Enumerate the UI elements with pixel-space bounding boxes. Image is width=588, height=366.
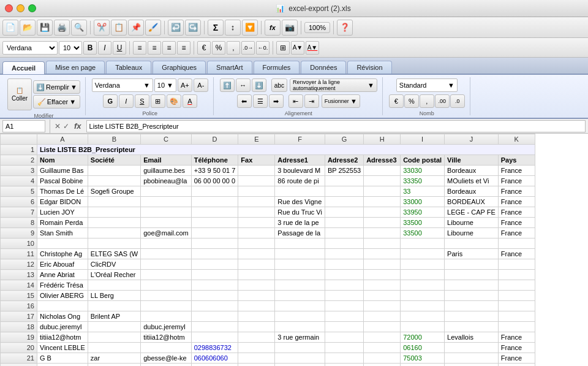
cell-6-10[interactable]: France [498,197,535,207]
cell-13-6[interactable] [325,270,363,280]
cell-3-8[interactable]: 33030 [401,166,445,176]
fill-ribbon-btn[interactable]: 🎨 [167,94,181,108]
cell-3-5[interactable]: 3 boulevard M [275,166,325,176]
cell-4-0[interactable]: Pascal Bobine [37,176,88,186]
cell-14-1[interactable] [88,280,140,291]
cell-10-3[interactable] [191,238,238,249]
cell-14-5[interactable] [275,280,325,291]
cell-12-2[interactable] [141,259,192,270]
dec-dec-ribbon[interactable]: .0 [450,94,465,108]
cell-20-0[interactable]: Vincent LEBLE [37,343,88,353]
font-name-box[interactable]: Verdana ▼ [92,78,153,92]
cell-18-2[interactable]: dubuc.jeremyl [141,322,192,332]
formula-cancel-icon[interactable]: ✕ [55,122,61,131]
cell-3-2[interactable]: guillaume.bes [141,166,192,176]
cell-2-1[interactable]: Société [88,155,140,166]
cell-18-4[interactable] [238,322,275,332]
cell-13-3[interactable] [191,270,238,280]
cell-19-2[interactable]: titiia12@hotm [141,332,192,343]
cell-2-8[interactable]: Code postal [401,155,445,166]
cell-22-7[interactable] [364,364,401,367]
cell-5-0[interactable]: Thomas De Lé [37,186,88,197]
cell-7-4[interactable] [238,207,275,218]
cell-7-2[interactable] [141,207,192,218]
formula-confirm-icon[interactable]: ✓ [63,122,69,131]
cell-4-6[interactable] [325,176,363,186]
cell-18-1[interactable] [88,322,140,332]
cell-8-6[interactable] [325,218,363,228]
cell-17-2[interactable] [141,311,192,322]
cell-7-8[interactable]: 33950 [401,207,445,218]
cell-12-7[interactable] [364,259,401,270]
wrap-text-btn[interactable]: Renvoyer à la ligne automatiquement ▼ [290,78,377,92]
function-button[interactable]: fx [265,20,281,36]
open-button[interactable]: 📂 [20,20,36,36]
cell-3-10[interactable]: France [498,166,535,176]
cell-5-10[interactable]: France [498,186,535,197]
cell-6-0[interactable]: Edgar BIDON [37,197,88,207]
cell-7-5[interactable]: Rue du Truc Vi [275,207,325,218]
cell-8-9[interactable]: Libourne [445,218,499,228]
cell-22-3[interactable]: 923739811 [191,364,238,367]
indent-less[interactable]: ⇤ [288,94,303,108]
col-header-K[interactable]: K [498,134,535,145]
cell-19-6[interactable] [325,332,363,343]
font-color-btn[interactable]: A▼ [306,41,319,55]
cell-19-4[interactable] [238,332,275,343]
format-painter[interactable]: 🖌️ [145,20,161,36]
cell-7-0[interactable]: Lucien JOY [37,207,88,218]
cell-12-0[interactable]: Eric Abouaf [37,259,88,270]
cell-8-7[interactable] [364,218,401,228]
cell-2-9[interactable]: Ville [445,155,499,166]
cell-21-8[interactable]: 75003 [401,353,445,364]
cell-19-0[interactable]: titiia12@hotm [37,332,88,343]
cell-15-9[interactable] [445,291,499,301]
thousands-ribbon[interactable]: , [420,94,434,108]
cell-21-3[interactable]: 060606060 [191,353,238,364]
cell-11-8[interactable] [401,249,445,259]
cell-16-3[interactable] [191,301,238,311]
cell-7-10[interactable]: France [498,207,535,218]
cell-9-2[interactable]: goe@mail.com [141,228,192,238]
redo-button[interactable]: ↪️ [185,20,201,36]
zoom-selector[interactable]: 100% [304,22,330,33]
cell-13-7[interactable] [364,270,401,280]
cell-13-10[interactable] [498,270,535,280]
filter-button[interactable]: 🔽 [242,20,258,36]
cell-22-4[interactable] [238,364,275,367]
cell-3-7[interactable] [364,166,401,176]
tab-graphiques[interactable]: Graphiques [153,61,206,74]
cell-19-3[interactable] [191,332,238,343]
cell-11-6[interactable] [325,249,363,259]
cell-5-9[interactable]: Bordeaux [445,186,499,197]
cell-9-10[interactable]: France [498,228,535,238]
cell-11-5[interactable] [275,249,325,259]
dec-decrease[interactable]: ←0. [256,41,270,55]
cell-13-4[interactable] [238,270,275,280]
indent-more[interactable]: ⇥ [304,94,319,108]
cell-17-3[interactable] [191,311,238,322]
cell-8-10[interactable]: France [498,218,535,228]
cell-16-0[interactable] [37,301,88,311]
percent-ribbon[interactable]: % [404,94,419,108]
al-right[interactable]: ➡ [269,94,284,108]
sum-button[interactable]: Σ [208,20,224,36]
effacer-button[interactable]: 🧹 Effacer ▼ [33,95,80,109]
bold-ribbon-btn[interactable]: G [103,94,118,108]
cell-9-7[interactable] [364,228,401,238]
cell-4-2[interactable]: pbobineau@la [141,176,192,186]
align-center[interactable]: ≡ [148,41,161,55]
cell-21-0[interactable]: G B [37,353,88,364]
cell-17-6[interactable] [325,311,363,322]
cell-8-4[interactable] [238,218,275,228]
align-right[interactable]: ≡ [162,41,176,55]
cell-17-7[interactable] [364,311,401,322]
cell-22-0[interactable]: Armelle RIBET [37,364,88,367]
cell-9-1[interactable] [88,228,140,238]
cell-9-9[interactable]: Libourne [445,228,499,238]
cell-19-5[interactable]: 3 rue germain [275,332,325,343]
cell-16-6[interactable] [325,301,363,311]
cell-11-10[interactable]: France [498,249,535,259]
cell-20-10[interactable]: France [498,343,535,353]
cell-13-0[interactable]: Anne Abriat [37,270,88,280]
